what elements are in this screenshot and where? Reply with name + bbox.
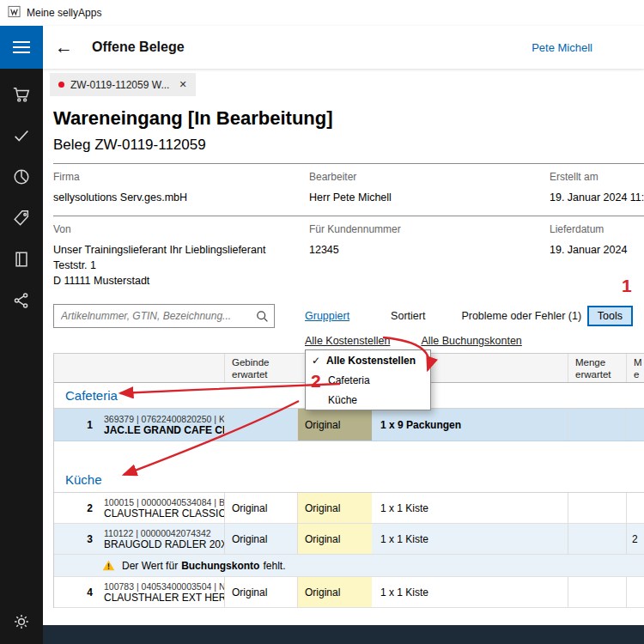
table-row[interactable]: 3 110122 | 00000042074342 BRAUGOLD RADLE… bbox=[54, 524, 644, 555]
cut-cell bbox=[626, 577, 644, 607]
article-cell: 100783 | 04053400003504 | Nich... CLAUST… bbox=[100, 577, 224, 607]
field-erstellt-am: Erstellt am 19. Januar 2024 11:20 bbox=[550, 171, 644, 205]
page-header: ← Offene Belege Pete Michell bbox=[43, 26, 644, 69]
article-code: 100783 | 04053400003504 | Nich... bbox=[104, 581, 224, 592]
gebinde-select-cell[interactable]: Original bbox=[297, 524, 372, 554]
header-cut-col: M e bbox=[626, 354, 644, 382]
sidebar-item-prices[interactable] bbox=[0, 197, 43, 239]
dropdown-item-cafeteria[interactable]: Cafeteria bbox=[306, 370, 430, 390]
header-number-col bbox=[54, 354, 100, 382]
menge-cell: 1 x 1 Kiste bbox=[372, 524, 568, 554]
gebinde-erwartet-cell: Original bbox=[224, 577, 297, 607]
von-line1: Unser Trainingslieferant Ihr Lieblingsli… bbox=[53, 242, 309, 258]
gebinde-erwartet-cell: Original bbox=[224, 493, 297, 523]
sorted-link[interactable]: Sortiert bbox=[391, 310, 425, 322]
grouped-link[interactable]: Gruppiert bbox=[305, 310, 349, 322]
problems-link[interactable]: Probleme oder Fehler (1) bbox=[461, 310, 581, 322]
user-link[interactable]: Pete Michell bbox=[532, 41, 592, 54]
field-von: Von Unser Trainingslieferant Ihr Lieblin… bbox=[53, 223, 309, 289]
tab-strip: ZW-0119-112059 W... ✕ bbox=[43, 69, 644, 96]
sidebar-item-reports[interactable] bbox=[0, 156, 43, 197]
menge-erwartet-cell bbox=[568, 493, 626, 523]
table-row[interactable]: 2 100015 | 00000040534084 | Bier... CLAU… bbox=[54, 493, 644, 524]
article-name: CLAUSTHALER CLASSIC2... bbox=[104, 507, 224, 519]
header-menge-erwartet: Menge erwartet bbox=[568, 354, 626, 382]
document-subtitle: Beleg ZW-0119-112059 bbox=[53, 137, 644, 154]
field-kundennummer: Für Kundennummer 12345 bbox=[309, 223, 550, 289]
gebinde-select-cell[interactable]: Original bbox=[297, 409, 372, 440]
journal-icon bbox=[12, 250, 31, 269]
app-logo-icon bbox=[8, 5, 21, 21]
menge-cell: 1 x 9 Packungen bbox=[372, 409, 568, 440]
sidebar-item-tasks[interactable] bbox=[0, 115, 43, 156]
pie-chart-icon bbox=[12, 167, 31, 186]
warning-text-end: fehlt. bbox=[263, 560, 285, 572]
search-input[interactable] bbox=[53, 304, 275, 328]
sidebar-item-cart[interactable] bbox=[0, 74, 43, 115]
field-firma: Firma sellysolutions Serv.ges.mbH bbox=[53, 171, 309, 205]
cut-cell: 2 bbox=[626, 524, 644, 554]
menge-cell: 1 x 1 Kiste bbox=[372, 577, 568, 607]
dropdown-item-alle-kostenstellen[interactable]: ✓ Alle Kostenstellen bbox=[306, 350, 430, 370]
tab-label: ZW-0119-112059 W... bbox=[70, 79, 169, 91]
settings-gear-button[interactable] bbox=[0, 605, 43, 639]
tools-button[interactable]: Tools bbox=[587, 306, 633, 326]
warning-text: Der Wert für bbox=[122, 560, 178, 572]
header-gebinde-erwartet: Gebinde erwartet bbox=[224, 354, 297, 382]
group-header-kueche[interactable]: Küche bbox=[54, 467, 644, 493]
page-title: Offene Belege bbox=[92, 39, 185, 55]
info-row-1: Firma sellysolutions Serv.ges.mbH Bearbe… bbox=[53, 163, 644, 216]
row-number: 4 bbox=[54, 577, 100, 607]
header-article-col bbox=[100, 354, 224, 382]
sidebar-item-share[interactable] bbox=[0, 280, 43, 321]
table-row[interactable]: 1 369379 | 07622400820250 | Kaff... JAC.… bbox=[54, 409, 644, 441]
search-icon[interactable] bbox=[255, 309, 269, 326]
status-bar bbox=[43, 625, 644, 644]
toolbar: Gruppiert Sortiert Probleme oder Fehler … bbox=[53, 304, 644, 328]
tab-close-icon[interactable]: ✕ bbox=[179, 79, 186, 90]
app-window: Meine sellyApps ← Offene B bbox=[0, 0, 644, 644]
article-cell: 110122 | 00000042074342 BRAUGOLD RADLER … bbox=[100, 524, 224, 554]
article-code: 369379 | 07622400820250 | Kaff... bbox=[104, 414, 224, 424]
article-cell: 100015 | 00000040534084 | Bier... CLAUST… bbox=[100, 493, 224, 523]
hamburger-menu-button[interactable] bbox=[0, 26, 43, 69]
info-row-2: Von Unser Trainingslieferant Ihr Lieblin… bbox=[53, 216, 644, 299]
titlebar: Meine sellyApps bbox=[0, 0, 644, 26]
menge-erwartet-cell bbox=[568, 577, 626, 607]
info-section: Firma sellysolutions Serv.ges.mbH Bearbe… bbox=[53, 163, 644, 299]
app-title: Meine sellyApps bbox=[27, 7, 101, 19]
kostenstellen-filter-link[interactable]: Alle Kostenstellen bbox=[305, 335, 390, 348]
cut-cell bbox=[626, 493, 644, 523]
check-icon: ✓ bbox=[312, 355, 326, 367]
menge-cell: 1 x 1 Kiste bbox=[372, 493, 568, 523]
menge-erwartet-cell bbox=[568, 524, 626, 554]
search-box bbox=[53, 304, 275, 328]
back-arrow-button[interactable]: ← bbox=[55, 37, 73, 58]
sidebar bbox=[0, 26, 43, 644]
unsaved-dot-icon bbox=[58, 82, 64, 88]
table-row[interactable]: 4 100783 | 04053400003504 | Nich... CLAU… bbox=[54, 577, 644, 608]
article-code: 110122 | 00000042074342 bbox=[104, 528, 211, 538]
article-name: BRAUGOLD RADLER 20X... bbox=[104, 538, 224, 550]
dropdown-item-kueche[interactable]: Küche bbox=[306, 390, 430, 410]
warning-row: Der Wert für Buchungskonto fehlt. bbox=[54, 555, 644, 577]
row-number: 3 bbox=[54, 524, 100, 554]
von-line3: D 11111 Musterstadt bbox=[53, 273, 309, 289]
price-tag-icon bbox=[12, 209, 31, 228]
hamburger-icon bbox=[13, 40, 30, 54]
document-tab[interactable]: ZW-0119-112059 W... ✕ bbox=[50, 73, 196, 96]
article-cell: 369379 | 07622400820250 | Kaff... JAC.LE… bbox=[100, 409, 224, 440]
gebinde-select-cell[interactable]: Original bbox=[297, 577, 372, 607]
main-area: ← Offene Belege Pete Michell ZW-0119-112… bbox=[43, 26, 644, 644]
document-title: Wareneingang [In Bearbeitung] bbox=[53, 107, 644, 130]
menge-erwartet-cell bbox=[568, 409, 626, 440]
buchungskonten-filter-link[interactable]: Alle Buchungskonten bbox=[421, 335, 521, 348]
warning-triangle-icon bbox=[102, 560, 115, 571]
sidebar-item-journal[interactable] bbox=[0, 239, 43, 280]
gebinde-select-cell[interactable]: Original bbox=[297, 493, 372, 523]
row-number: 1 bbox=[54, 409, 100, 440]
field-lieferdatum: Lieferdatum 19. Januar 2024 bbox=[550, 223, 644, 289]
cart-icon bbox=[12, 85, 31, 104]
gebinde-erwartet-cell bbox=[224, 409, 297, 440]
field-bearbeiter: Bearbeiter Herr Pete Michell bbox=[309, 171, 550, 205]
